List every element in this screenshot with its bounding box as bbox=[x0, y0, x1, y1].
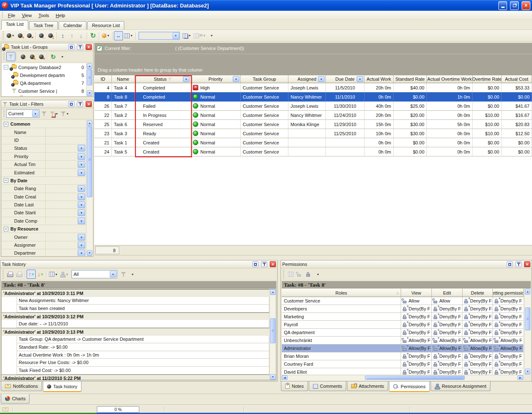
cell-edit-permission[interactable]: Deny(By F bbox=[432, 352, 463, 360]
lock-button[interactable] bbox=[304, 270, 313, 279]
cell-view-permission[interactable]: Deny(By F bbox=[401, 329, 432, 337]
history-clear-filter-button[interactable] bbox=[119, 270, 128, 279]
permissions-more-button[interactable]: ▼ bbox=[313, 270, 323, 279]
clear-filter-button[interactable]: ▼ bbox=[59, 109, 70, 118]
edit-group-button[interactable]: ✎ bbox=[27, 52, 37, 61]
cell-delete-permission[interactable]: Deny(By F bbox=[463, 321, 493, 329]
filter-row[interactable]: ID ▼ bbox=[2, 136, 86, 144]
demote-task-button[interactable]: ← bbox=[37, 31, 46, 40]
unlock-button[interactable] bbox=[295, 270, 304, 279]
view-tab[interactable]: Calendar bbox=[59, 21, 86, 30]
view-tab[interactable]: Resource List bbox=[87, 21, 124, 30]
panel-maximize-button[interactable] bbox=[252, 261, 259, 267]
filter-row[interactable]: Name ▼ bbox=[2, 128, 86, 136]
cell-edit-permission[interactable]: Deny(By F bbox=[432, 313, 463, 321]
section-collapse-icon[interactable]: − bbox=[4, 178, 8, 183]
cell-delete-permission[interactable]: Deny(By F bbox=[463, 297, 493, 305]
column-chooser-button[interactable]: ▼ bbox=[123, 31, 134, 40]
cell-edit-permission[interactable]: Deny(By F bbox=[432, 368, 463, 374]
cell-edit-permission[interactable]: Deny(By F bbox=[432, 321, 463, 329]
cell-setting-permission[interactable]: Deny(By F bbox=[493, 360, 523, 368]
column-header-edit[interactable]: Edit bbox=[432, 289, 463, 297]
column-header-due-date[interactable]: Due Date▼ bbox=[326, 75, 365, 83]
panel-pin-button[interactable] bbox=[261, 261, 267, 267]
cell-view-permission[interactable]: Deny(By F bbox=[401, 368, 432, 374]
column-header-task-group[interactable]: Task Group bbox=[241, 75, 288, 83]
view-tab[interactable]: Task List bbox=[1, 20, 28, 30]
filter-row[interactable]: Date Starti ▼ bbox=[2, 209, 86, 217]
column-header-standard-rate[interactable]: Standard Rate bbox=[394, 75, 427, 83]
panel-pin-button[interactable] bbox=[77, 101, 83, 107]
permission-row[interactable]: Customer Service Allow Allow Deny(By F D… bbox=[282, 297, 523, 305]
fit-columns-button[interactable]: ↔ bbox=[114, 31, 123, 40]
task-row[interactable]: 23 Task 3 Ready ^ Normal Customer Servic… bbox=[94, 129, 532, 138]
group-filter-toggle-button[interactable] bbox=[6, 52, 15, 61]
column-header-name[interactable]: Name bbox=[112, 75, 135, 83]
bottom-tab[interactable]: Notifications bbox=[1, 382, 42, 391]
history-entry[interactable]: 'Administrator' at 10/29/2010 3:13 PM bbox=[2, 328, 276, 336]
column-header-actual-cost[interactable]: Actual Cost bbox=[502, 75, 532, 83]
restore-button[interactable] bbox=[510, 1, 519, 10]
cell-edit-permission[interactable]: Deny(By F bbox=[432, 329, 463, 337]
history-entry[interactable]: Actual Overtime Work : 0h 0m -> 1h 0m bbox=[17, 351, 269, 359]
filter-value-cell[interactable]: ▼ bbox=[45, 161, 86, 168]
history-entry[interactable]: Task Group: QA department -> Customer Se… bbox=[17, 336, 269, 344]
highlight-button[interactable]: ▼ bbox=[101, 31, 111, 40]
column-header-status[interactable]: Status▽▼ bbox=[135, 75, 191, 83]
close-button[interactable]: × bbox=[522, 1, 530, 10]
column-header-id[interactable]: ID bbox=[94, 75, 112, 83]
bottom-tab[interactable]: Permissions bbox=[389, 382, 430, 392]
permission-row[interactable]: Payroll Deny(By F Deny(By F Deny(By F De… bbox=[282, 321, 523, 329]
filter-value-cell[interactable]: ▼ bbox=[45, 201, 86, 208]
filter-dropdown-button[interactable]: ▼ bbox=[78, 201, 85, 208]
history-scrollbar[interactable]: ▲ ▼ bbox=[269, 289, 276, 380]
new-group-button[interactable]: ＋ bbox=[18, 52, 27, 61]
task-row[interactable]: 8 Task 8 Completed ^ Normal Customer Ser… bbox=[94, 92, 532, 102]
view-combo[interactable]: ▼ bbox=[138, 32, 180, 40]
filter-value-cell[interactable]: ▼ bbox=[45, 233, 86, 240]
bottom-tab[interactable]: Resource Assignment bbox=[431, 382, 490, 391]
cell-edit-permission[interactable]: Allow(By F bbox=[432, 337, 463, 345]
minimize-button[interactable] bbox=[498, 1, 507, 10]
tree-item[interactable]: − + Marketing Department 0 bbox=[2, 95, 86, 96]
menu-item[interactable]: View bbox=[19, 12, 35, 19]
task-row[interactable]: 24 Task 5 Created ^ Normal Customer Serv… bbox=[94, 147, 532, 156]
task-row[interactable]: 25 Task 6 Reserved ^ Normal Customer Ser… bbox=[94, 120, 532, 129]
cell-view-permission[interactable]: Deny(By F bbox=[401, 305, 432, 313]
cell-delete-permission[interactable]: Deny(By F bbox=[463, 313, 493, 321]
cell-view-permission[interactable]: Deny(By F bbox=[401, 313, 432, 321]
groups-scrollbar[interactable]: ▲ ▼ bbox=[86, 63, 93, 96]
filter-row[interactable]: Actual Tim ▼ bbox=[2, 161, 86, 169]
column-header-assigned[interactable]: Assigned▼ bbox=[288, 75, 326, 83]
history-entry[interactable]: 'Administrator' at 10/29/2010 3:12 PM bbox=[2, 312, 276, 320]
column-header-actual-work[interactable]: Actual Work bbox=[365, 75, 394, 83]
filter-dropdown-button[interactable]: ▼ bbox=[78, 185, 85, 192]
filter-row[interactable]: Date Creal ▼ bbox=[2, 193, 86, 201]
cell-edit-permission[interactable]: Allow(By F bbox=[432, 345, 463, 352]
groups-refresh-button[interactable]: ↻ bbox=[49, 52, 58, 61]
sort-ascending-button[interactable]: ↑≡ bbox=[27, 270, 36, 279]
save-view-button[interactable]: ▼ bbox=[181, 31, 192, 40]
panel-maximize-button[interactable] bbox=[507, 261, 513, 267]
panel-maximize-button[interactable] bbox=[68, 44, 74, 50]
cell-delete-permission[interactable]: Allow(By F bbox=[463, 345, 493, 352]
filter-preset-combo[interactable]: Current ▼ bbox=[6, 109, 39, 118]
panel-pin-button[interactable] bbox=[77, 44, 83, 50]
filter-row[interactable]: Owner ▼ bbox=[2, 233, 86, 241]
filter-row[interactable]: Departmer ▼ bbox=[2, 249, 86, 256]
bottom-tab[interactable]: Task history bbox=[43, 382, 81, 392]
column-header-priority[interactable]: Priority▼ bbox=[191, 75, 241, 83]
promote-task-button[interactable]: ↥ bbox=[46, 31, 55, 40]
history-entry[interactable]: 'Administrator' at 10/29/2010 3:11 PM bbox=[2, 289, 276, 297]
task-row[interactable]: 26 Task 7 Failed ^ Normal Customer Servi… bbox=[94, 102, 532, 111]
history-entry[interactable]: Task has been created bbox=[17, 305, 269, 312]
tree-item[interactable]: − + Customer Service | 8 bbox=[2, 87, 86, 95]
bottom-tab[interactable]: Notes bbox=[281, 382, 308, 391]
cell-delete-permission[interactable]: Deny(By F bbox=[463, 352, 493, 360]
groups-more-button[interactable]: ▼ bbox=[58, 52, 67, 61]
filter-value-cell[interactable]: ▼ bbox=[45, 241, 86, 249]
permission-row[interactable]: Courtney Fard Deny(By F Deny(By F Deny(B… bbox=[282, 360, 523, 368]
column-header-actual-overtime-work[interactable]: Actual Overtime Work bbox=[427, 75, 473, 83]
history-period-combo[interactable]: All ▼ bbox=[71, 270, 117, 278]
cell-setting-permission[interactable]: Deny(By F bbox=[493, 305, 523, 313]
